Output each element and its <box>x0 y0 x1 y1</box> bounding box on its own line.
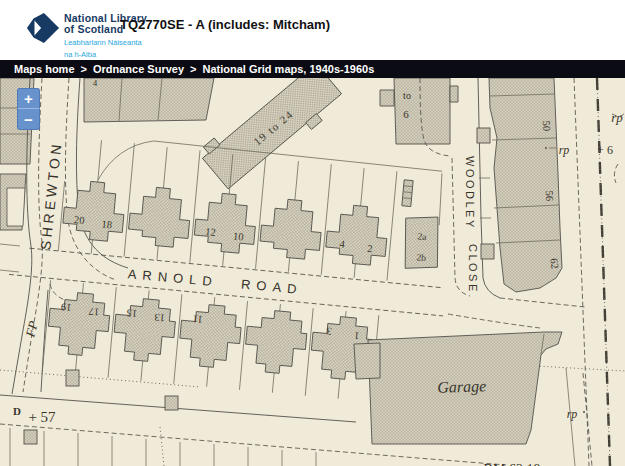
logo-gaelic1: Leabharlann Nàiseanta <box>64 38 147 47</box>
breadcrumb-current: National Grid maps, 1940s-1960s <box>202 63 374 75</box>
house-number: 1 <box>354 330 360 341</box>
house-number: 17 <box>88 306 99 318</box>
rp-label: rp <box>567 407 578 421</box>
header: National Library of Scotland Leabharlann… <box>0 0 625 60</box>
to-6-label-6: 6 <box>403 108 409 120</box>
garage-building: Garage <box>354 332 562 444</box>
logo-gaelic2: na h-Alba <box>64 50 147 59</box>
nls-logo-icon[interactable] <box>26 11 60 45</box>
to-6-label-to: to <box>403 90 411 101</box>
garage-label: Garage <box>437 377 486 397</box>
house-number: 18 <box>101 219 112 231</box>
house-number: 62 <box>548 258 560 270</box>
house-number: 56 <box>544 190 555 201</box>
house-number: 12 <box>205 226 216 238</box>
house-number: 2a <box>417 231 428 242</box>
house-number: 11 <box>192 313 203 325</box>
spot-height-57: + 57 <box>28 409 56 425</box>
map-canvas[interactable]: SHREWTON FP 19 to 24 4 to 6 <box>0 78 625 466</box>
breadcrumb-separator: > <box>190 63 196 75</box>
street-label-woodley: WOODLEY <box>464 156 476 230</box>
breadcrumb-separator: > <box>81 63 87 75</box>
page-title: TQ2770SE - A (includes: Mitcham) <box>120 17 330 32</box>
house-number: 15 <box>126 307 137 319</box>
zoom-out-button[interactable]: − <box>17 109 40 130</box>
house-number: 50 <box>541 120 552 131</box>
breadcrumb: Maps home>Ordnance Survey>National Grid … <box>0 60 625 78</box>
spot-height-6: + 6 <box>597 143 613 157</box>
zoom-control: + − <box>17 88 40 130</box>
house-number: 19 <box>61 301 72 313</box>
house-number: 10 <box>233 231 244 243</box>
rp-label: rp <box>559 143 570 157</box>
breadcrumb-link-maps-home[interactable]: Maps home <box>14 63 75 75</box>
house-number: 2 <box>367 243 373 254</box>
tiny-house-number-4: 4 <box>93 78 98 88</box>
boundary-letter-d: D <box>13 405 21 417</box>
rp-label: rp <box>611 110 623 125</box>
house-number: 2b <box>416 252 427 263</box>
map-viewport: + − <box>0 78 625 466</box>
house-number: 3 <box>326 325 332 336</box>
benchmark-label: BM 62.19 <box>484 462 541 466</box>
breadcrumb-link-ordnance-survey[interactable]: Ordnance Survey <box>93 63 184 75</box>
house-number: 13 <box>154 312 165 324</box>
house-number: 20 <box>73 214 84 226</box>
street-label-close: CLOSE <box>467 244 479 294</box>
zoom-in-button[interactable]: + <box>17 88 40 109</box>
